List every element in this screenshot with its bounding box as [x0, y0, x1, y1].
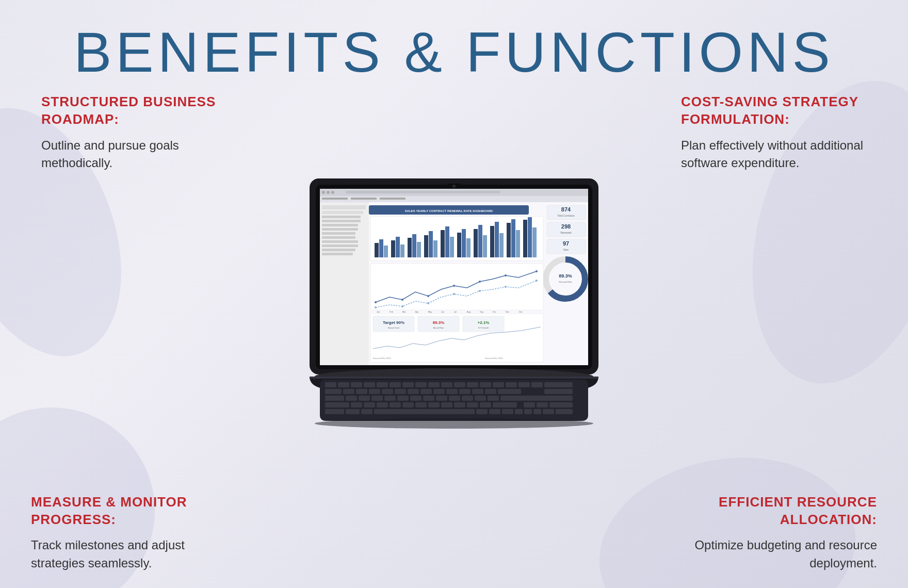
svg-rect-164	[351, 402, 362, 407]
svg-point-87	[505, 286, 507, 288]
svg-rect-66	[516, 230, 520, 257]
svg-rect-48	[417, 242, 421, 257]
svg-rect-126	[454, 382, 465, 387]
svg-rect-139	[395, 389, 406, 394]
svg-rect-143	[446, 389, 458, 394]
svg-rect-174	[480, 402, 491, 407]
svg-rect-59	[478, 225, 482, 257]
svg-rect-172	[454, 402, 465, 407]
svg-rect-58	[474, 229, 478, 257]
svg-rect-29	[322, 253, 353, 255]
svg-rect-165	[364, 402, 375, 407]
svg-rect-149	[325, 396, 344, 401]
svg-rect-57	[466, 238, 471, 257]
feature-resource-allocation-heading: EFFICIENT RESOURCE ALLOCATION:	[681, 494, 877, 529]
svg-rect-168	[402, 402, 414, 407]
svg-rect-120	[377, 382, 388, 387]
svg-rect-43	[391, 240, 395, 257]
svg-text:Renewal Rate: Renewal Rate	[559, 281, 572, 283]
svg-rect-63	[499, 233, 504, 257]
svg-rect-186	[515, 409, 523, 414]
svg-rect-144	[459, 389, 471, 394]
svg-rect-156	[423, 396, 434, 401]
svg-rect-24	[322, 232, 355, 235]
svg-rect-17	[320, 202, 369, 365]
svg-rect-118	[351, 382, 362, 387]
svg-rect-190	[556, 409, 573, 414]
page-container: BENEFITS & FUNCTIONS STRUCTURED BUSINESS…	[0, 0, 908, 588]
svg-rect-26	[322, 240, 358, 243]
svg-rect-157	[436, 396, 447, 401]
svg-rect-147	[498, 389, 521, 394]
svg-rect-178	[549, 402, 573, 407]
svg-rect-7	[327, 191, 330, 194]
svg-rect-133	[544, 382, 573, 387]
svg-rect-177	[537, 402, 548, 407]
svg-point-85	[453, 293, 455, 295]
svg-rect-55	[457, 233, 461, 257]
laptop-container: SALES YEARLY CONTRACT RENEWAL RATE DASHB…	[279, 168, 629, 503]
svg-text:Total Contracts: Total Contracts	[557, 214, 575, 217]
svg-rect-150	[346, 396, 357, 401]
svg-rect-176	[524, 402, 535, 407]
svg-rect-61	[490, 226, 494, 257]
svg-rect-52	[441, 230, 445, 257]
svg-rect-134	[325, 389, 342, 394]
svg-rect-169	[415, 402, 427, 407]
svg-rect-189	[543, 409, 554, 414]
svg-rect-140	[408, 389, 419, 394]
svg-text:298: 298	[561, 223, 571, 230]
svg-rect-131	[518, 382, 530, 387]
feature-cost-saving: COST-SAVING STRATEGY FORMULATION: Plan e…	[681, 93, 877, 172]
svg-rect-179	[325, 409, 344, 414]
svg-rect-62	[495, 222, 499, 257]
svg-rect-116	[325, 382, 336, 387]
svg-rect-65	[511, 219, 515, 257]
svg-rect-155	[410, 396, 421, 401]
svg-rect-74	[370, 264, 543, 310]
svg-text:Renewal Plan 2023: Renewal Plan 2023	[373, 357, 391, 360]
svg-rect-160	[475, 396, 486, 401]
feature-measure-monitor-text: Track milestones and adjust strategies s…	[31, 536, 227, 573]
svg-rect-6	[322, 191, 325, 194]
svg-rect-182	[374, 409, 475, 414]
svg-text:+2.1%: +2.1%	[478, 320, 490, 325]
svg-rect-173	[467, 402, 478, 407]
svg-rect-175	[493, 402, 517, 407]
svg-text:Sep: Sep	[480, 311, 484, 313]
svg-text:89.3%: 89.3%	[559, 273, 572, 279]
svg-text:Jan: Jan	[377, 311, 380, 313]
feature-cost-saving-text: Plan effectively without additional soft…	[681, 137, 877, 173]
svg-point-3	[452, 185, 456, 188]
svg-rect-137	[369, 389, 380, 394]
svg-rect-42	[384, 246, 388, 257]
svg-rect-25	[322, 236, 355, 239]
svg-rect-180	[346, 409, 360, 414]
svg-rect-158	[449, 396, 460, 401]
svg-rect-138	[382, 389, 393, 394]
svg-rect-51	[433, 240, 437, 257]
svg-point-86	[479, 290, 481, 292]
svg-rect-13	[380, 198, 406, 200]
svg-rect-22	[322, 224, 358, 226]
feature-measure-monitor: MEASURE & MONITOR PROGRESS: Track milest…	[31, 494, 227, 573]
svg-text:Dec: Dec	[519, 311, 523, 313]
svg-rect-159	[462, 396, 473, 401]
svg-text:SALES YEARLY CONTRACT RENEWAL : SALES YEARLY CONTRACT RENEWAL RATE DASHB…	[405, 209, 493, 213]
svg-rect-128	[480, 382, 491, 387]
svg-rect-162	[500, 396, 573, 401]
svg-point-75	[375, 301, 377, 303]
svg-rect-122	[402, 382, 414, 387]
svg-rect-171	[441, 402, 452, 407]
svg-rect-47	[412, 234, 416, 257]
svg-rect-23	[322, 228, 358, 231]
svg-text:89.3%: 89.3%	[433, 320, 445, 325]
svg-rect-184	[489, 409, 500, 414]
svg-text:Mar: Mar	[402, 311, 407, 313]
svg-rect-121	[390, 382, 401, 387]
feature-structured-business-text: Outline and pursue goals methodically.	[41, 137, 237, 173]
svg-rect-60	[483, 235, 487, 257]
svg-rect-136	[356, 389, 367, 394]
svg-rect-18	[322, 205, 366, 209]
svg-point-81	[536, 270, 538, 272]
